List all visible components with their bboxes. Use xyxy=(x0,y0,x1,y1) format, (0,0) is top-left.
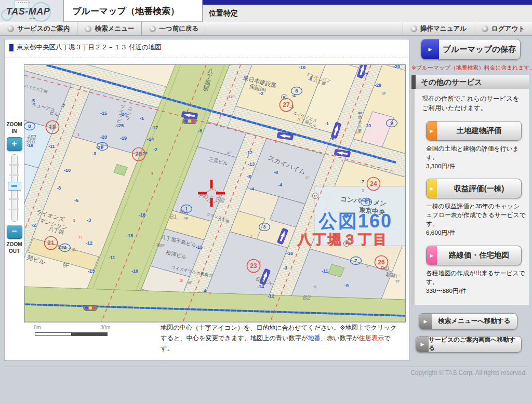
slider-tick xyxy=(9,198,19,200)
parcel-number: -14 xyxy=(147,137,154,142)
house-number: 8 xyxy=(275,140,277,143)
button-arrow-icon: ▶ xyxy=(421,39,439,59)
map-label: 9F xyxy=(63,263,69,268)
save-bluemap-button[interactable]: ▶ ブルーマップの保存 xyxy=(421,39,521,60)
parcel-number: -17 xyxy=(151,125,158,130)
house-number: 7 xyxy=(366,265,368,269)
map-label: 10F xyxy=(157,243,165,248)
map-label: B2 xyxy=(303,294,311,301)
nav-search-menu[interactable]: ◍ 検索メニュー xyxy=(77,22,142,35)
nav-label: 一つ前に戻る xyxy=(159,24,198,33)
parcel-number: -9 xyxy=(344,283,349,288)
page-title-text: ブルーマップ（地番検索） xyxy=(72,5,202,17)
search-menu-icon: ◍ xyxy=(85,25,91,32)
parcel-number: -12 xyxy=(268,293,274,299)
map-label: 7F xyxy=(305,176,310,180)
parcel-number: -1 xyxy=(325,121,329,126)
go-button-label: サービスのご案内画面へ移動する xyxy=(429,336,521,352)
parcel-number: -5 xyxy=(74,198,78,203)
other-services-panel: 現在の住所でこれらのサービスをご利用いただけます。 ▶ 土地建物評価 全国の土地… xyxy=(411,89,529,305)
svg-text:1: 1 xyxy=(185,206,188,211)
map-label: 6F xyxy=(188,280,192,285)
service-guide-icon: ∷ xyxy=(7,25,14,32)
parcel-number: -3 xyxy=(283,265,287,271)
map-label: 4F xyxy=(183,216,188,221)
footer-divider xyxy=(4,367,528,367)
parcel-number: -29 xyxy=(375,83,381,88)
parcel-number: -3 xyxy=(92,151,96,156)
go-button-label: 検索メニューへ移動する xyxy=(432,314,517,329)
parcel-number: -11 xyxy=(322,268,328,274)
parcel-number: -15 xyxy=(100,111,107,116)
parcel-number: -19 xyxy=(120,136,127,141)
nav-label: サービスのご案内 xyxy=(17,24,70,33)
services-intro: 現在の住所でこれらのサービスをご利用いただけます。 xyxy=(422,94,525,113)
parcel-number: -13 xyxy=(88,268,95,274)
other-services-header: その他のサービス xyxy=(411,75,529,89)
slider-tick xyxy=(9,174,19,176)
button-arrow-icon: ▶ xyxy=(427,122,437,140)
scale-bar xyxy=(35,332,108,336)
parcel-number: -14 xyxy=(257,284,264,289)
house-number: 3 xyxy=(250,234,252,238)
service-label: 収益評価(一棟) xyxy=(437,179,521,198)
slider-handle-mark xyxy=(11,185,17,187)
header-navy-strip xyxy=(203,0,532,5)
house-number: 5 xyxy=(362,188,364,192)
logout-icon: ✕ xyxy=(482,25,488,32)
zoom-controls: ZOOMIN + − ZOOMOUT xyxy=(5,122,24,254)
map-label: 11F xyxy=(228,95,235,99)
caption-text: 、赤い数字が xyxy=(321,334,359,342)
app-logo[interactable]: ▪▪▪▪▪▪ TAS-MAP ▪▪▪▪ xyxy=(0,0,63,22)
go-service-guide-button[interactable]: ▶ サービスのご案内画面へ移動する xyxy=(416,336,522,353)
parcel-number: -3 xyxy=(87,218,91,223)
map-label: 中華大八車 xyxy=(357,111,362,133)
service-income-valuation-button[interactable]: ▶ 収益評価(一棟) xyxy=(426,179,522,198)
nav-service-guide[interactable]: ∷ サービスのご案内 xyxy=(0,22,77,35)
sidebar: ▶ ブルーマップの保存 ※ブルーマップ（地番検索）料金に含まれます。 その他のサ… xyxy=(411,39,529,353)
svg-text:26: 26 xyxy=(378,259,385,266)
service-land-valuation-button[interactable]: ▶ 土地建物評価 xyxy=(426,121,522,141)
parcel-number: -9 xyxy=(330,136,334,141)
nav-back[interactable]: ◀ 一つ前に戻る xyxy=(142,22,206,35)
parcel-number: -8 xyxy=(247,174,251,179)
parcel-number: -4 xyxy=(202,288,206,293)
parcel-number: -18 xyxy=(139,212,145,218)
parcel-number: -8 xyxy=(57,185,61,191)
parcel-number: -8 xyxy=(274,170,278,175)
parcel-number: -15 xyxy=(196,245,203,250)
map-canvas[interactable]: PPP-5-7-19-11-10-8-2-5-3-12-18-11-13-10-… xyxy=(24,65,405,322)
svg-text:2: 2 xyxy=(101,143,103,149)
zoom-in-button[interactable]: + xyxy=(7,137,22,151)
svg-text:8: 8 xyxy=(28,123,31,129)
house-number: 3 xyxy=(77,132,79,136)
caption-jukyo: 住居表示 xyxy=(359,334,384,342)
nav-manual[interactable]: ▣ 操作マニュアル xyxy=(403,22,474,35)
logo-text: TAS-MAP xyxy=(6,6,50,17)
house-number: 13 xyxy=(78,235,83,239)
parcel-number: -4 xyxy=(250,186,254,192)
go-search-menu-button[interactable]: ▶ 検索メニューへ移動する xyxy=(419,313,517,330)
map-label: 堀 xyxy=(25,134,36,145)
zoom-slider-track[interactable] xyxy=(11,154,18,222)
nav-label: 操作マニュアル xyxy=(420,24,467,33)
zoom-out-button[interactable]: − xyxy=(7,225,22,239)
svg-text:27: 27 xyxy=(283,101,290,109)
scale-bar-dark xyxy=(71,333,107,335)
nav-logout[interactable]: ✕ ログアウト xyxy=(474,22,532,35)
back-arrow-icon: ◀ xyxy=(149,25,156,32)
manual-icon: ▣ xyxy=(410,25,417,32)
house-number: 5 xyxy=(73,219,75,222)
parcel-number: -4 xyxy=(278,182,282,187)
zoom-slider-handle[interactable] xyxy=(8,182,21,191)
svg-text:4: 4 xyxy=(63,245,66,250)
slider-tick xyxy=(9,164,19,166)
service-rosenka-map-button[interactable]: ▶ 路線価・住宅地図 xyxy=(426,246,522,265)
caption-chiban: 地番 xyxy=(308,334,320,342)
svg-text:19: 19 xyxy=(49,124,56,131)
toolbar: ∷ サービスのご案内 ◍ 検索メニュー ◀ 一つ前に戻る ▣ 操作マニュアル ✕… xyxy=(0,22,532,36)
house-number: 11 xyxy=(72,248,76,251)
traffic-light-icon xyxy=(183,118,196,124)
parcel-number: -2 xyxy=(32,223,36,228)
house-number: 3 xyxy=(151,172,153,176)
